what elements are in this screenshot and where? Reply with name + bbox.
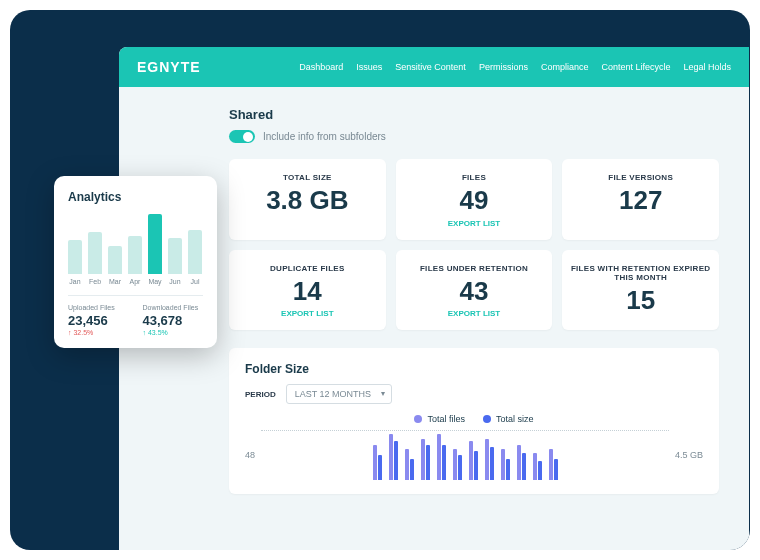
analytics-title: Analytics [68,190,203,204]
analytics-chart [68,214,203,274]
nav-compliance[interactable]: Compliance [541,62,589,72]
analytics-stats: Uploaded Files 23,456 ↑ 32.5% Downloaded… [68,295,203,336]
chart-bar [128,236,142,274]
stat-delta: ↑ 32.5% [68,329,129,336]
bar-pair [549,449,558,480]
card-label: FILES [404,173,545,182]
card-label: FILE VERSIONS [570,173,711,182]
bar-pair [533,453,542,480]
nav-sensitive-content[interactable]: Sensitive Content [395,62,466,72]
folder-bars [261,430,669,480]
bar-size [554,459,558,480]
bar-pair [485,439,494,481]
chart-legend: Total files Total size [245,414,703,424]
subfolder-toggle-label: Include info from subfolders [263,131,386,142]
bar-files [485,439,489,481]
bar-size [506,459,510,480]
bar-files [453,449,457,480]
stat-uploaded: Uploaded Files 23,456 ↑ 32.5% [68,304,129,336]
bar-pair [373,445,382,480]
card-value: 127 [570,186,711,215]
folder-chart: 48 4.5 GB [245,430,703,480]
bar-size [394,441,398,481]
chart-bar [68,240,82,274]
bar-files [437,434,441,480]
period-select[interactable]: LAST 12 MONTHS [286,384,392,404]
card-files-under-retention: FILES UNDER RETENTION 43 EXPORT LIST [396,250,553,331]
x-tick-label: Jun [168,278,182,285]
card-label: DUPLICATE FILES [237,264,378,273]
bar-files [501,449,505,480]
card-label: TOTAL SIZE [237,173,378,182]
card-value: 14 [237,277,378,306]
stat-downloaded: Downloaded Files 43,678 ↑ 43.5% [143,304,204,336]
bar-files [549,449,553,480]
y-axis-right: 4.5 GB [675,450,703,460]
card-total-size: TOTAL SIZE 3.8 GB [229,159,386,240]
x-tick-label: May [148,278,162,285]
legend-total-files: Total files [414,414,465,424]
x-tick-label: Jan [68,278,82,285]
stats-cards: TOTAL SIZE 3.8 GB FILES 49 EXPORT LIST F… [229,159,719,330]
export-list-link[interactable]: EXPORT LIST [404,309,545,318]
stat-delta: ↑ 43.5% [143,329,204,336]
card-value: 49 [404,186,545,215]
export-list-link[interactable]: EXPORT LIST [237,309,378,318]
bar-pair [469,441,478,481]
card-duplicate-files: DUPLICATE FILES 14 EXPORT LIST [229,250,386,331]
bar-size [442,445,446,480]
chart-bar [168,238,182,274]
bar-size [474,451,478,480]
bar-files [373,445,377,480]
bar-pair [421,439,430,481]
card-label: FILES WITH RETENTION EXPIRED THIS MONTH [570,264,711,282]
bar-files [469,441,473,481]
bar-files [517,445,521,480]
legend-label: Total size [496,414,534,424]
y-axis-left: 48 [245,450,255,460]
chart-bar [148,214,162,274]
chart-bar [108,246,122,274]
stat-value: 43,678 [143,313,204,328]
section-title: Shared [229,107,719,122]
window-frame: EGNYTE Dashboard Issues Sensitive Conten… [10,10,750,550]
folder-size-panel: Folder Size PERIOD LAST 12 MONTHS Total … [229,348,719,494]
card-label: FILES UNDER RETENTION [404,264,545,273]
card-files: FILES 49 EXPORT LIST [396,159,553,240]
stat-label: Uploaded Files [68,304,129,311]
dot-icon [483,415,491,423]
nav-permissions[interactable]: Permissions [479,62,528,72]
card-retention-expired: FILES WITH RETENTION EXPIRED THIS MONTH … [562,250,719,331]
main-nav: Dashboard Issues Sensitive Content Permi… [299,62,731,72]
bar-size [378,455,382,480]
subfolder-toggle[interactable] [229,130,255,143]
card-value: 43 [404,277,545,306]
export-list-link[interactable]: EXPORT LIST [404,219,545,228]
bar-pair [405,449,414,480]
x-tick-label: Jul [188,278,202,285]
bar-files [389,434,393,480]
nav-dashboard[interactable]: Dashboard [299,62,343,72]
bar-size [458,455,462,480]
bar-pair [437,434,446,480]
period-label: PERIOD [245,390,276,399]
bar-pair [389,434,398,480]
nav-issues[interactable]: Issues [356,62,382,72]
stat-value: 23,456 [68,313,129,328]
card-value: 15 [570,286,711,315]
bar-files [405,449,409,480]
nav-content-lifecycle[interactable]: Content Lifecycle [601,62,670,72]
bar-size [426,445,430,480]
brand-logo: EGNYTE [137,59,201,75]
bar-pair [453,449,462,480]
period-row: PERIOD LAST 12 MONTHS [245,384,703,404]
nav-legal-holds[interactable]: Legal Holds [683,62,731,72]
dot-icon [414,415,422,423]
analytics-xaxis: JanFebMarAprMayJunJul [68,278,203,285]
x-tick-label: Feb [88,278,102,285]
bar-size [410,459,414,480]
chart-bar [188,230,202,274]
bar-size [538,461,542,480]
app-header: EGNYTE Dashboard Issues Sensitive Conten… [119,47,749,87]
legend-total-size: Total size [483,414,534,424]
